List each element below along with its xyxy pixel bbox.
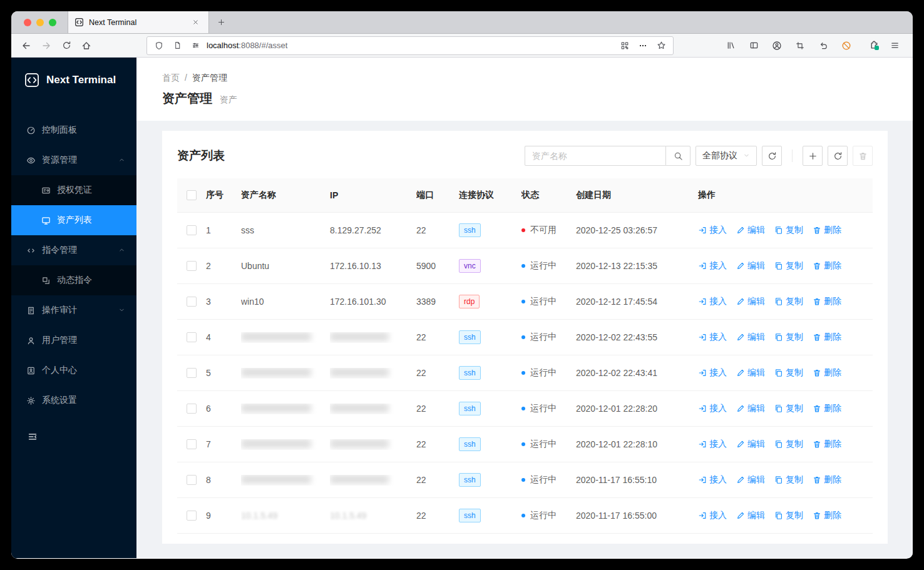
connect-link[interactable]: 接入 (698, 367, 727, 379)
row-checkbox[interactable] (187, 511, 197, 521)
table-row: 3 win10 172.16.101.30 3389 rdp 运行中 2020-… (177, 284, 873, 320)
new-tab-button[interactable] (214, 16, 228, 29)
created-date: 2020-12-02 22:43:41 (576, 368, 698, 378)
delete-link[interactable]: 删除 (813, 260, 841, 272)
edit-link[interactable]: 编辑 (736, 225, 765, 236)
search-button[interactable] (665, 146, 690, 166)
screenshot-grid-icon[interactable] (618, 39, 632, 53)
copy-link[interactable]: 复制 (774, 260, 803, 272)
copy-link[interactable]: 复制 (774, 367, 803, 379)
browser-tab[interactable]: Next Terminal (68, 11, 209, 33)
edit-link[interactable]: 编辑 (736, 439, 765, 450)
add-asset-button[interactable] (803, 146, 823, 166)
menu-fold-icon[interactable] (11, 432, 136, 444)
sidebar-item-audit[interactable]: 操作审计 (11, 295, 136, 325)
sidebar-item-settings[interactable]: 系统设置 (11, 385, 136, 415)
url-text[interactable]: localhost:8088/#/asset (207, 41, 613, 50)
connect-link[interactable]: 接入 (698, 474, 727, 486)
account-icon[interactable] (769, 37, 785, 54)
connect-link[interactable]: 接入 (698, 332, 727, 343)
batch-delete-button[interactable] (853, 146, 873, 166)
row-checkbox[interactable] (187, 297, 197, 307)
content-blocked-icon[interactable] (838, 37, 855, 54)
back-button[interactable] (18, 37, 35, 54)
delete-link[interactable]: 删除 (813, 332, 841, 343)
select-all-checkbox[interactable] (187, 190, 197, 200)
delete-link[interactable]: 删除 (813, 439, 841, 450)
tracking-shield-icon[interactable] (152, 39, 166, 53)
created-date: 2020-12-01 22:28:10 (576, 439, 698, 449)
home-button[interactable] (78, 37, 95, 54)
sidebar-item-users[interactable]: 用户管理 (11, 325, 136, 355)
edit-link[interactable]: 编辑 (736, 367, 765, 379)
zoom-window-button[interactable] (49, 19, 56, 26)
extension-icon[interactable] (869, 39, 880, 52)
copy-link[interactable]: 复制 (774, 510, 803, 521)
minimize-window-button[interactable] (36, 19, 44, 26)
browser-window: Next Terminal (11, 11, 913, 559)
extension-badge (875, 46, 879, 50)
row-checkbox[interactable] (187, 439, 197, 449)
connect-link[interactable]: 接入 (698, 439, 727, 450)
connect-link[interactable]: 接入 (698, 225, 727, 236)
edit-link[interactable]: 编辑 (736, 403, 765, 414)
tab-close-icon[interactable] (188, 16, 202, 29)
breadcrumb-home[interactable]: 首页 (162, 73, 180, 84)
protocol-tag: ssh (459, 366, 481, 380)
row-checkbox[interactable] (187, 332, 197, 342)
row-checkbox[interactable] (187, 225, 197, 235)
sidebar-item-dynamic-commands[interactable]: 动态指令 (11, 265, 136, 295)
permissions-icon[interactable] (188, 39, 202, 53)
screenshot-crop-icon[interactable] (792, 37, 808, 54)
reset-sync-button[interactable] (762, 146, 782, 166)
bookmark-star-icon[interactable] (654, 39, 668, 53)
row-index: 6 (206, 404, 241, 414)
copy-link[interactable]: 复制 (774, 474, 803, 486)
delete-link[interactable]: 删除 (813, 367, 841, 379)
sidebar-toggle-icon[interactable] (746, 37, 762, 54)
sidebar-item-dashboard[interactable]: 控制面板 (11, 115, 136, 145)
delete-link[interactable]: 删除 (813, 225, 841, 236)
row-checkbox[interactable] (187, 368, 197, 378)
copy-link[interactable]: 复制 (774, 225, 803, 236)
page-actions-menu-icon[interactable] (636, 39, 650, 53)
forward-button[interactable] (38, 37, 55, 54)
connect-link[interactable]: 接入 (698, 510, 727, 521)
copy-link[interactable]: 复制 (774, 403, 803, 414)
delete-link[interactable]: 删除 (813, 296, 841, 307)
sidebar-item-asset-list[interactable]: 资产列表 (11, 205, 136, 235)
edit-link[interactable]: 编辑 (736, 296, 765, 307)
undo-arrow-icon[interactable] (815, 37, 831, 54)
row-checkbox[interactable] (187, 404, 197, 414)
edit-link[interactable]: 编辑 (736, 332, 765, 343)
copy-link[interactable]: 复制 (774, 296, 803, 307)
delete-link[interactable]: 删除 (813, 403, 841, 414)
sidebar-item-commands[interactable]: 指令管理 (11, 235, 136, 265)
asset-name-search-input[interactable] (525, 146, 665, 166)
copy-link[interactable]: 复制 (774, 332, 803, 343)
sidebar-item-resources[interactable]: 资源管理 (11, 145, 136, 175)
sidebar-item-profile[interactable]: 个人中心 (11, 355, 136, 385)
close-window-button[interactable] (24, 19, 31, 26)
connect-link[interactable]: 接入 (698, 403, 727, 414)
library-icon[interactable] (722, 37, 739, 54)
connect-link[interactable]: 接入 (698, 296, 727, 307)
row-checkbox[interactable] (187, 261, 197, 271)
app-logo[interactable]: Next Terminal (11, 58, 136, 103)
sidebar-item-credentials[interactable]: 授权凭证 (11, 175, 136, 205)
delete-link[interactable]: 删除 (813, 510, 841, 521)
edit-link[interactable]: 编辑 (736, 510, 765, 521)
reload-button[interactable] (58, 37, 75, 54)
delete-link[interactable]: 删除 (813, 474, 841, 486)
connect-link[interactable]: 接入 (698, 260, 727, 272)
edit-link[interactable]: 编辑 (736, 474, 765, 486)
edit-link[interactable]: 编辑 (736, 260, 765, 272)
refresh-button[interactable] (828, 146, 848, 166)
asset-name: Ubuntu (241, 261, 330, 271)
row-checkbox[interactable] (187, 475, 197, 485)
copy-link[interactable]: 复制 (774, 439, 803, 450)
address-bar[interactable]: localhost:8088/#/asset (146, 36, 674, 55)
protocol-select[interactable]: 全部协议 (696, 146, 757, 166)
menu-hamburger-icon[interactable] (886, 37, 903, 54)
site-info-page-icon[interactable] (170, 39, 184, 53)
